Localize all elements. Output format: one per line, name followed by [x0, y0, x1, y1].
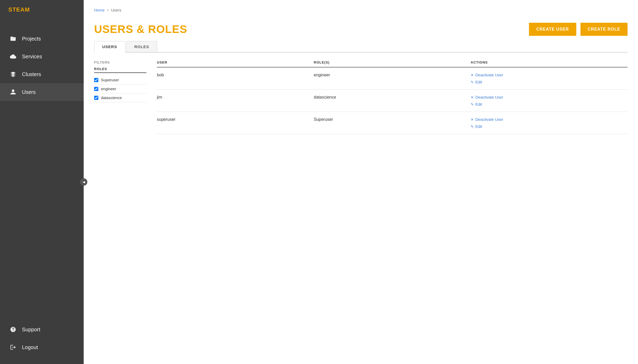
sidebar: STEAM Projects Services Clusters Users: [0, 0, 84, 364]
breadcrumb-separator: >: [107, 8, 109, 12]
edit-icon: ✎: [471, 124, 474, 129]
user-actions-superuser: ✕ Deactivate User ✎ Edit: [471, 117, 628, 129]
sidebar-item-label: Services: [22, 54, 42, 60]
edit-user-bob-link[interactable]: ✎ Edit: [471, 80, 628, 84]
tabs-container: USERS ROLES: [94, 41, 628, 53]
edit-user-superuser-link[interactable]: ✎ Edit: [471, 124, 628, 129]
page-title: USERS & ROLES: [94, 23, 187, 36]
cloud-icon: [9, 53, 17, 60]
edit-icon: ✎: [471, 102, 474, 106]
sidebar-item-label: Users: [22, 89, 36, 95]
breadcrumb-current: Users: [111, 8, 121, 12]
sidebar-item-label: Projects: [22, 36, 41, 42]
filters-section-title: ROLES: [94, 67, 146, 73]
deactivate-label-bob: Deactivate User: [475, 73, 503, 77]
sidebar-item-services[interactable]: Services: [0, 48, 84, 65]
deactivate-label-superuser: Deactivate User: [475, 117, 503, 122]
user-name-superuser: superuser: [157, 117, 314, 122]
logout-icon: [9, 344, 17, 351]
breadcrumb-home-link[interactable]: Home: [94, 8, 105, 12]
tab-users[interactable]: USERS: [94, 41, 125, 53]
question-icon: [9, 326, 17, 333]
main-content: Home > Users USERS & ROLES CREATE USER C…: [84, 0, 638, 364]
deactivate-user-jim-link[interactable]: ✕ Deactivate User: [471, 95, 628, 99]
create-role-button[interactable]: CREATE ROLE: [580, 23, 628, 36]
edit-label-bob: Edit: [475, 80, 482, 84]
filter-label-superuser: Superuser: [101, 78, 119, 82]
sidebar-item-support[interactable]: Support: [0, 321, 84, 338]
edit-label-superuser: Edit: [475, 124, 482, 129]
sidebar-bottom: Support Logout: [0, 321, 84, 364]
x-icon: ✕: [471, 95, 474, 99]
edit-user-jim-link[interactable]: ✎ Edit: [471, 102, 628, 106]
filter-checkbox-datascience[interactable]: [94, 96, 98, 100]
deactivate-user-superuser-link[interactable]: ✕ Deactivate User: [471, 117, 628, 122]
user-role-bob: engineer: [314, 73, 471, 77]
user-name-bob: bob: [157, 73, 314, 77]
users-table: USER ROLE(S) ACTIONS bob engineer ✕ Deac…: [157, 60, 628, 134]
filters-panel: FILTERS ROLES Superuser engineer datasci…: [94, 60, 146, 134]
col-header-actions: ACTIONS: [471, 60, 628, 64]
table-row: superuser Superuser ✕ Deactivate User ✎ …: [157, 112, 628, 134]
filter-checkbox-engineer[interactable]: [94, 87, 98, 91]
header-actions: CREATE USER CREATE ROLE: [529, 23, 628, 36]
filter-checkbox-superuser[interactable]: [94, 78, 98, 82]
user-actions-jim: ✕ Deactivate User ✎ Edit: [471, 95, 628, 106]
edit-icon: ✎: [471, 80, 474, 84]
user-name-jim: jim: [157, 95, 314, 100]
create-user-button[interactable]: CREATE USER: [529, 23, 576, 36]
sidebar-item-label: Logout: [22, 344, 38, 350]
table-layout: FILTERS ROLES Superuser engineer datasci…: [94, 60, 628, 134]
app-logo: STEAM: [0, 0, 84, 19]
folder-icon: [9, 35, 17, 42]
sidebar-item-label: Support: [22, 327, 40, 333]
user-role-jim: datascience: [314, 95, 471, 100]
col-header-user: USER: [157, 60, 314, 64]
sidebar-item-clusters[interactable]: Clusters: [0, 65, 84, 83]
sidebar-item-projects[interactable]: Projects: [0, 30, 84, 48]
filter-item-engineer: engineer: [94, 84, 146, 93]
breadcrumb: Home > Users: [94, 4, 628, 15]
content-area: USERS ROLES FILTERS ROLES Superuser engi…: [84, 41, 638, 364]
cube-icon: [9, 71, 17, 78]
page-header: USERS & ROLES CREATE USER CREATE ROLE: [84, 15, 638, 41]
filter-item-superuser: Superuser: [94, 76, 146, 84]
col-header-roles: ROLE(S): [314, 60, 471, 64]
filter-label-datascience: datascience: [101, 95, 122, 100]
filter-item-datascience: datascience: [94, 93, 146, 102]
topbar: Home > Users: [84, 0, 638, 15]
sidebar-item-logout[interactable]: Logout: [0, 338, 84, 356]
filters-label: FILTERS: [94, 60, 146, 64]
user-actions-bob: ✕ Deactivate User ✎ Edit: [471, 73, 628, 84]
table-row: jim datascience ✕ Deactivate User ✎ Edit: [157, 90, 628, 112]
person-icon: [9, 88, 17, 96]
edit-label-jim: Edit: [475, 102, 482, 106]
user-role-superuser: Superuser: [314, 117, 471, 122]
sidebar-item-label: Clusters: [22, 71, 41, 77]
deactivate-label-jim: Deactivate User: [475, 95, 503, 99]
x-icon: ✕: [471, 117, 474, 122]
sidebar-collapse-button[interactable]: ◀: [80, 178, 87, 186]
x-icon: ✕: [471, 73, 474, 77]
table-header: USER ROLE(S) ACTIONS: [157, 60, 628, 67]
tab-roles[interactable]: ROLES: [126, 41, 157, 52]
sidebar-item-users[interactable]: Users: [0, 83, 84, 101]
deactivate-user-bob-link[interactable]: ✕ Deactivate User: [471, 73, 628, 77]
filter-label-engineer: engineer: [101, 87, 116, 91]
sidebar-nav: Projects Services Clusters Users: [0, 19, 84, 321]
table-row: bob engineer ✕ Deactivate User ✎ Edit: [157, 67, 628, 90]
